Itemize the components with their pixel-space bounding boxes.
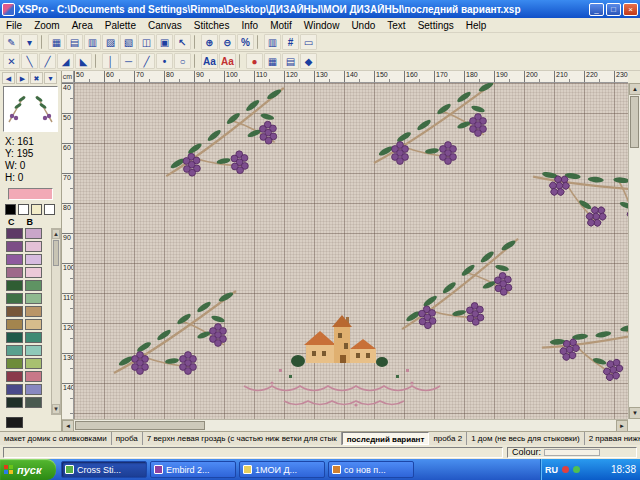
palette-swatch-cross[interactable] [6,384,23,395]
menu-item[interactable]: Undo [345,20,381,31]
palette-swatch-cross[interactable] [6,280,23,291]
vertical-scroll-thumb[interactable] [630,96,639,148]
palette-scroll-up-icon[interactable]: ▲ [52,229,60,239]
palette-swatch-cross[interactable] [6,306,23,317]
grid-toggle-icon[interactable]: # [282,34,299,50]
language-indicator[interactable]: RU [545,465,558,475]
palette-scroll-down-icon[interactable]: ▼ [52,404,60,414]
palette-swatch-cross[interactable] [6,228,23,239]
vertical-scrollbar[interactable]: ▲ ▼ [628,83,640,419]
menu-item[interactable]: Zoom [28,20,66,31]
palette-swatch-blend[interactable] [25,397,42,408]
palette-swatch-blend[interactable] [25,293,42,304]
menu-item[interactable]: Info [235,20,264,31]
palette-swatch-blend[interactable] [25,267,42,278]
menu-item[interactable]: Palette [99,20,142,31]
quarter-stitch-icon[interactable]: ◢ [57,53,74,69]
fill-tool-icon[interactable]: ◆ [300,53,317,69]
background-colour-swatch[interactable] [6,417,23,428]
horizontal-scroll-thumb[interactable] [75,421,205,430]
scroll-left-icon[interactable]: ◄ [62,420,74,432]
tray-status-icon[interactable] [562,466,569,473]
french-knot-icon[interactable]: • [156,53,173,69]
palette-swatch-blend[interactable] [25,345,42,356]
motif-prev-icon[interactable]: ◀ [2,72,15,84]
palette-swatch-blend[interactable] [25,319,42,330]
full-cross-stitch-icon[interactable]: ✕ [3,53,20,69]
tray-app-icon[interactable] [573,466,580,473]
view-full-stitch-icon[interactable]: ▦ [48,34,65,50]
palette-scrollbar[interactable]: ▲ ▼ [51,228,61,415]
menu-item[interactable]: Stitches [188,20,236,31]
palette-swatch-cross[interactable] [6,254,23,265]
palette-swatch-blend[interactable] [25,358,42,369]
taskbar-task[interactable]: 1МОИ Д... [239,461,325,478]
horizontal-scrollbar[interactable]: ◄ ► [62,419,628,431]
three-quarter-stitch-icon[interactable]: ◣ [75,53,92,69]
view-knot-icon[interactable]: ◫ [138,34,155,50]
palette-scroll-thumb[interactable] [53,240,59,266]
view-quarter-stitch-icon[interactable]: ▨ [102,34,119,50]
copy-icon[interactable]: ▥ [264,34,281,50]
text-tool-alt-icon[interactable]: Aa [219,53,236,69]
view-petite-stitch-icon[interactable]: ▤ [66,34,83,50]
scroll-right-icon[interactable]: ► [616,420,628,432]
select-arrow-icon[interactable]: ↖ [174,34,191,50]
quick-swatch-cream[interactable] [31,204,42,215]
start-button[interactable]: пуск [0,459,56,480]
palette-swatch-blend[interactable] [25,332,42,343]
scroll-up-icon[interactable]: ▲ [629,83,640,95]
pattern-tab[interactable]: проба [112,432,143,445]
half-stitch-icon[interactable]: ╲ [21,53,38,69]
motif-delete-icon[interactable]: ✖ [30,72,43,84]
palette-view-icon[interactable]: ▦ [264,53,281,69]
maximize-button[interactable]: □ [606,3,621,16]
thread-list-icon[interactable]: ▤ [282,53,299,69]
tool-dropdown-icon[interactable]: ▾ [21,34,38,50]
menu-item[interactable]: Window [298,20,346,31]
palette-swatch-cross[interactable] [6,319,23,330]
close-button[interactable]: × [623,3,638,16]
motif-menu-icon[interactable]: ▼ [44,72,57,84]
pattern-tab[interactable]: 7 верхн левая гроздь (с частью ниж ветки… [143,432,342,445]
pattern-tab[interactable]: 2 правая нижн гр. [585,432,640,445]
menu-item[interactable]: Help [460,20,493,31]
taskbar-task[interactable]: Embird 2... [150,461,236,478]
motif-next-icon[interactable]: ▶ [16,72,29,84]
bead-tool-icon[interactable]: ○ [174,53,191,69]
palette-swatch-cross[interactable] [6,293,23,304]
menu-item[interactable]: Settings [412,20,460,31]
palette-swatch-cross[interactable] [6,397,23,408]
pattern-tab[interactable]: проба 2 [429,432,467,445]
palette-swatch-blend[interactable] [25,241,42,252]
quick-swatch-white[interactable] [18,204,29,215]
menu-item[interactable]: Canvas [142,20,188,31]
zoom-percent-icon[interactable]: % [237,34,254,50]
palette-swatch-blend[interactable] [25,228,42,239]
zoom-out-icon[interactable]: ⊖ [219,34,236,50]
half-stitch-alt-icon[interactable]: ╱ [39,53,56,69]
menu-item[interactable]: Area [66,20,99,31]
quick-swatch-black[interactable] [5,204,16,215]
palette-swatch-blend[interactable] [25,306,42,317]
taskbar-task[interactable]: со нов п... [328,461,414,478]
minimize-button[interactable]: _ [589,3,604,16]
backstitch-horizontal-icon[interactable]: ─ [120,53,137,69]
palette-swatch-cross[interactable] [6,241,23,252]
palette-swatch-cross[interactable] [6,358,23,369]
motif-preview[interactable] [3,86,58,132]
view-back-stitch-icon[interactable]: ▧ [120,34,137,50]
palette-swatch-blend[interactable] [25,280,42,291]
menu-item[interactable]: Motif [264,20,298,31]
view-half-stitch-icon[interactable]: ▥ [84,34,101,50]
quick-swatch-blend[interactable] [44,204,55,215]
palette-swatch-cross[interactable] [6,267,23,278]
backstitch-diagonal-icon[interactable]: ╱ [138,53,155,69]
title-bar[interactable]: XSPro - C:\Documents and Settings\Rimma\… [0,0,640,18]
palette-swatch-cross[interactable] [6,345,23,356]
pattern-tab[interactable]: 1 дом (не весь для стыковки) [467,432,585,445]
pattern-tab[interactable]: последний вариант [342,432,430,445]
pencil-tool-icon[interactable]: ✎ [3,34,20,50]
selected-colour-swatch[interactable] [8,188,53,200]
pattern-tab[interactable]: макет домик с оливковками [0,432,112,445]
